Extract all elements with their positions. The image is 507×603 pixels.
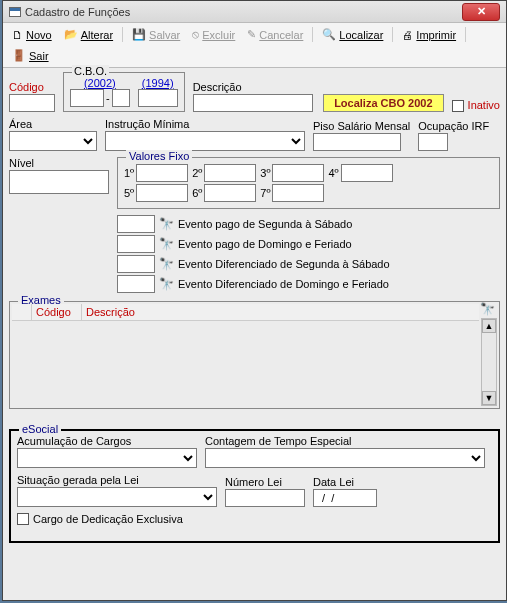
- binoculars-icon[interactable]: 🔭: [159, 217, 174, 231]
- localiza-cbo-button[interactable]: Localiza CBO 2002: [323, 94, 443, 112]
- exames-scrollbar[interactable]: ▲ ▼: [481, 318, 497, 406]
- evento-row-4: 🔭 Evento Diferenciado de Domingo e Feria…: [117, 275, 500, 293]
- numero-lei-input[interactable]: [225, 489, 305, 507]
- cancel-icon: ✎: [247, 28, 256, 41]
- cargo-dedicacao-label: Cargo de Dedicação Exclusiva: [33, 513, 183, 525]
- vf-7-input[interactable]: [272, 184, 324, 202]
- salvar-button[interactable]: 💾 Salvar: [127, 25, 185, 44]
- window-title: Cadastro de Funções: [25, 6, 130, 18]
- cbo-1994-link[interactable]: (1994): [142, 77, 174, 89]
- sair-button[interactable]: 🚪 Sair: [7, 46, 54, 65]
- cancelar-button[interactable]: ✎ Cancelar: [242, 25, 308, 44]
- vf-4-input[interactable]: [341, 164, 393, 182]
- salvar-label: Salvar: [149, 29, 180, 41]
- localizar-button[interactable]: 🔍 Localizar: [317, 25, 388, 44]
- vf-7-label: 7º: [260, 187, 270, 199]
- piso-input[interactable]: [313, 133, 401, 151]
- cbo-2002-input-b[interactable]: [112, 89, 130, 107]
- vf-3-label: 3º: [260, 167, 270, 179]
- binoculars-icon[interactable]: 🔭: [480, 302, 495, 316]
- codigo-label: Código: [9, 81, 55, 93]
- excluir-label: Excluir: [202, 29, 235, 41]
- evento-3-label: Evento Diferenciado de Segunda à Sábado: [178, 258, 390, 270]
- ocupacao-label: Ocupação IRF: [418, 120, 489, 132]
- binoculars-icon[interactable]: 🔭: [159, 237, 174, 251]
- instrucao-select[interactable]: [105, 131, 305, 151]
- evento-row-3: 🔭 Evento Diferenciado de Segunda à Sábad…: [117, 255, 500, 273]
- evento-4-code[interactable]: [117, 275, 155, 293]
- evento-row-1: 🔭 Evento pago de Segunda à Sábado: [117, 215, 500, 233]
- descricao-input[interactable]: [193, 94, 313, 112]
- esocial-group: eSocial Acumulação de Cargos Contagem de…: [9, 429, 500, 543]
- data-lei-input[interactable]: [313, 489, 377, 507]
- scroll-up-icon[interactable]: ▲: [482, 319, 496, 333]
- excluir-button[interactable]: ⦸ Excluir: [187, 25, 240, 44]
- nivel-input[interactable]: [9, 170, 109, 194]
- sair-label: Sair: [29, 50, 49, 62]
- situacao-label: Situação gerada pela Lei: [17, 474, 217, 486]
- vf-6-input[interactable]: [204, 184, 256, 202]
- acumulacao-select[interactable]: [17, 448, 197, 468]
- descricao-label: Descrição: [193, 81, 315, 93]
- instrucao-label: Instrução Mínima: [105, 118, 305, 130]
- form-body: Código C.B.O. (2002) - (1994): [3, 68, 506, 547]
- localizar-label: Localizar: [339, 29, 383, 41]
- app-window: Cadastro de Funções ✕ 🗋 Novo 📂 Alterar 💾…: [2, 0, 507, 601]
- data-lei-label: Data Lei: [313, 476, 377, 488]
- new-icon: 🗋: [12, 29, 23, 41]
- window-close-button[interactable]: ✕: [462, 3, 500, 21]
- evento-1-code[interactable]: [117, 215, 155, 233]
- situacao-select[interactable]: [17, 487, 217, 507]
- alterar-button[interactable]: 📂 Alterar: [59, 25, 118, 44]
- inativo-label: Inativo: [468, 99, 500, 111]
- exames-group: Exames 🔭 Código Descrição ▲ ▼: [9, 301, 500, 409]
- evento-3-code[interactable]: [117, 255, 155, 273]
- toolbar: 🗋 Novo 📂 Alterar 💾 Salvar ⦸ Excluir ✎ Ca…: [3, 23, 506, 68]
- evento-4-label: Evento Diferenciado de Domingo e Feriado: [178, 278, 389, 290]
- vf-2-input[interactable]: [204, 164, 256, 182]
- novo-label: Novo: [26, 29, 52, 41]
- print-icon: 🖨: [402, 29, 413, 41]
- vf-3-input[interactable]: [272, 164, 324, 182]
- valores-fixo-group: Valores Fixo 1º 2º 3º 4º 5º 6º 7º: [117, 157, 500, 209]
- scroll-down-icon[interactable]: ▼: [482, 391, 496, 405]
- window-icon: [9, 7, 21, 17]
- cancelar-label: Cancelar: [259, 29, 303, 41]
- checkbox-icon: [452, 100, 464, 112]
- numero-lei-label: Número Lei: [225, 476, 305, 488]
- alterar-label: Alterar: [81, 29, 113, 41]
- codigo-input[interactable]: [9, 94, 55, 112]
- ocupacao-input[interactable]: [418, 133, 448, 151]
- titlebar: Cadastro de Funções ✕: [3, 1, 506, 23]
- cbo-2002-input-a[interactable]: [70, 89, 104, 107]
- vf-5-label: 5º: [124, 187, 134, 199]
- checkbox-icon: [17, 513, 29, 525]
- inativo-checkbox[interactable]: Inativo: [452, 99, 500, 112]
- contagem-select[interactable]: [205, 448, 485, 468]
- vf-1-input[interactable]: [136, 164, 188, 182]
- vf-5-input[interactable]: [136, 184, 188, 202]
- contagem-label: Contagem de Tempo Especial: [205, 435, 492, 447]
- cbo-1994-input[interactable]: [138, 89, 178, 107]
- imprimir-label: Imprimir: [416, 29, 456, 41]
- cbo-sep: -: [106, 92, 110, 104]
- novo-button[interactable]: 🗋 Novo: [7, 25, 57, 44]
- evento-2-label: Evento pago de Domingo e Feriado: [178, 238, 352, 250]
- imprimir-button[interactable]: 🖨 Imprimir: [397, 25, 461, 44]
- exames-header: Código Descrição: [12, 304, 479, 321]
- cbo-2002-link[interactable]: (2002): [84, 77, 116, 89]
- search-icon: 🔍: [322, 28, 336, 41]
- esocial-title: eSocial: [19, 423, 61, 435]
- binoculars-icon[interactable]: 🔭: [159, 257, 174, 271]
- binoculars-icon[interactable]: 🔭: [159, 277, 174, 291]
- exit-icon: 🚪: [12, 49, 26, 62]
- exames-col-desc: Descrição: [82, 304, 479, 320]
- vf-6-label: 6º: [192, 187, 202, 199]
- cbo-group: C.B.O. (2002) - (1994): [63, 72, 185, 112]
- cargo-dedicacao-checkbox[interactable]: Cargo de Dedicação Exclusiva: [17, 513, 183, 525]
- evento-2-code[interactable]: [117, 235, 155, 253]
- open-icon: 📂: [64, 28, 78, 41]
- nivel-label: Nível: [9, 157, 109, 169]
- exames-col-codigo: Código: [32, 304, 82, 320]
- area-select[interactable]: [9, 131, 97, 151]
